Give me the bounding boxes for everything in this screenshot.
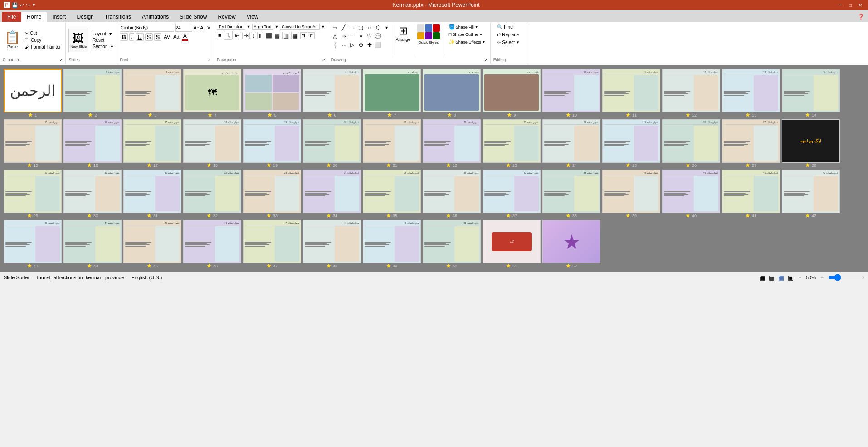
slide-thumb-41[interactable]: عنوان اسلاید 41 (722, 170, 780, 213)
view-normal-button[interactable]: ▦ (759, 274, 765, 281)
oval-shape[interactable]: ○ (366, 24, 374, 32)
arrange-button[interactable]: Arrange (396, 37, 410, 42)
arrow-shape[interactable]: → (348, 24, 356, 32)
para-ltr[interactable]: ↱ (308, 32, 315, 39)
align-text-chevron[interactable]: ▼ (274, 24, 278, 29)
shapes-more[interactable]: ▼ (383, 24, 391, 32)
slide-thumb-11[interactable]: عنوان اسلاید 11 (602, 69, 660, 112)
para-align-left[interactable]: ⬛ (266, 33, 272, 39)
rect-shape[interactable]: ▭ (331, 24, 339, 32)
slide-thumb-16[interactable]: عنوان اسلاید 16 (63, 119, 122, 163)
slide-thumb-18[interactable]: عنوان اسلاید 18 (183, 119, 241, 163)
qs-2[interactable] (425, 24, 432, 32)
zoom-slider[interactable] (828, 274, 864, 281)
bullets-button[interactable]: ≡ (217, 32, 223, 39)
numbering-button[interactable]: ⒈ (224, 31, 233, 40)
shape-fill-button[interactable]: 🪣 Shape Fill ▼ (447, 24, 488, 30)
slide-thumb-14[interactable]: عنوان اسلاید 14 (782, 69, 840, 112)
slide-thumb-43[interactable]: عنوان اسلاید 43 (4, 220, 62, 263)
slide-thumb-20[interactable]: عنوان اسلاید 20 (303, 119, 361, 163)
tab-insert[interactable]: Insert (47, 12, 71, 22)
callout-shape[interactable]: 💬 (374, 32, 382, 40)
slide-thumb-12[interactable]: عنوان اسلاید 12 (662, 69, 720, 112)
tab-design[interactable]: Design (71, 12, 99, 22)
spacing-button[interactable]: AV (163, 34, 171, 39)
text-shadow-button[interactable]: S (154, 33, 162, 41)
columns-button[interactable]: ⫿ (257, 32, 263, 39)
select-chevron[interactable]: ▼ (516, 40, 520, 44)
clipboard-expand[interactable]: ↗ (59, 58, 63, 62)
italic-button[interactable]: I (129, 33, 135, 41)
tab-animations[interactable]: Animations (137, 12, 174, 22)
convert-smartart-chevron[interactable]: ▼ (321, 24, 325, 29)
slide-thumb-49[interactable]: عنوان اسلاید 49 (363, 220, 421, 263)
text-direction-button[interactable]: Text Direction (217, 24, 245, 30)
tab-review[interactable]: Review (212, 12, 241, 22)
section-chevron[interactable]: ▼ (110, 44, 114, 49)
tab-home[interactable]: Home (21, 12, 47, 22)
case-button[interactable]: Aa (172, 34, 180, 39)
slide-thumb-51[interactable]: گبه (483, 220, 541, 263)
qs-3[interactable] (433, 24, 440, 32)
rect2-shape[interactable]: ▢ (357, 24, 365, 32)
new-slide-button[interactable]: 🖼 New Slide (68, 29, 88, 52)
star-shape[interactable]: ✦ (357, 32, 365, 40)
layout-chevron[interactable]: ▼ (108, 32, 112, 36)
slide-thumb-44[interactable]: عنوان اسلاید 44 (63, 220, 122, 263)
view-reading-button[interactable]: ▣ (788, 274, 794, 281)
slide-thumb-26[interactable]: عنوان اسلاید 26 (662, 119, 720, 163)
maximize-button[interactable]: □ (846, 2, 854, 8)
line-shape[interactable]: ╱ (340, 24, 348, 32)
tab-slideshow[interactable]: Slide Show (174, 12, 212, 22)
qs-5[interactable] (425, 32, 432, 39)
help-icon[interactable]: ❓ (854, 12, 868, 22)
paragraph-expand[interactable]: ↗ (322, 58, 325, 62)
slide-thumb-31[interactable]: عنوان اسلاید 31 (123, 170, 181, 213)
slide-thumb-50[interactable]: عنوان اسلاید 50 (423, 220, 481, 263)
slide-thumb-10[interactable]: عنوان اسلاید 10 (542, 69, 600, 112)
slide-thumb-8[interactable]: باغ شاهزاده (423, 69, 481, 112)
slide-thumb-46[interactable]: عنوان اسلاید 46 (183, 220, 241, 263)
slide-thumb-28[interactable]: ارگ بم ابنیه (782, 119, 840, 163)
strikethrough-button[interactable]: S (145, 33, 153, 41)
qs-6[interactable] (433, 32, 440, 39)
drawing-expand[interactable]: ↗ (484, 58, 488, 62)
text-direction-chevron[interactable]: ▼ (247, 24, 251, 29)
slide-thumb-52[interactable]: ★ (542, 220, 600, 263)
rtarrow-shape[interactable]: ⇒ (340, 32, 348, 40)
slide-thumb-21[interactable]: عنوان اسلاید 21 (363, 119, 421, 163)
slide-thumb-38[interactable]: عنوان اسلاید 38 (542, 170, 600, 213)
shape-outline-button[interactable]: □ Shape Outline ▼ (447, 31, 488, 38)
slide-thumb-42[interactable]: عنوان اسلاید 42 (782, 170, 840, 213)
shape-outline-chevron[interactable]: ▼ (479, 33, 483, 37)
format-painter-button[interactable]: 🖌 Format Painter (23, 44, 63, 50)
clear-formatting-button[interactable]: ✕ (207, 25, 211, 31)
view-slide-sorter-button[interactable]: ▦ (778, 274, 784, 281)
qs-1[interactable] (417, 24, 424, 32)
slide-thumb-9[interactable]: باغ شاهزاده (483, 69, 541, 112)
slide-thumb-34[interactable]: عنوان اسلاید 34 (303, 170, 361, 213)
tab-file[interactable]: File (2, 12, 21, 22)
view-outline-button[interactable]: ▤ (769, 274, 775, 281)
line-spacing-button[interactable]: ↕ (251, 32, 257, 39)
quick-undo[interactable]: ↩ (20, 2, 24, 8)
slide-thumb-24[interactable]: عنوان اسلاید 24 (542, 119, 600, 163)
section-button[interactable]: Section (91, 44, 109, 49)
slide-thumb-2[interactable]: عنوان اسلاید 2 (63, 69, 122, 112)
triangle-shape[interactable]: △ (331, 32, 339, 40)
eq-shape[interactable]: ⊕ (357, 41, 365, 49)
slide-thumb-27[interactable]: عنوان اسلاید 27 (722, 119, 780, 163)
slide-thumb-29[interactable]: عنوان اسلاید 29 (4, 170, 62, 213)
tab-transitions[interactable]: Transitions (99, 12, 137, 22)
convert-smartart-button[interactable]: Convert to SmartArt (280, 24, 320, 30)
minimize-button[interactable]: ─ (836, 2, 844, 8)
slide-thumb-45[interactable]: عنوان اسلاید 45 (123, 220, 181, 263)
bracket-shape[interactable]: { (331, 41, 339, 49)
shape-fill-chevron[interactable]: ▼ (475, 25, 478, 29)
slide-thumb-35[interactable]: عنوان اسلاید 35 (363, 170, 421, 213)
slide-thumb-22[interactable]: عنوان اسلاید 22 (423, 119, 481, 163)
slide-panel[interactable]: الرحمن⭐1 عنوان اسلاید 2 ⭐2 عنوان اسلاید … (0, 65, 868, 272)
arc-shape[interactable]: ⌢ (340, 41, 348, 49)
select-button[interactable]: ⊹ Select ▼ (493, 39, 523, 46)
zoom-in-button[interactable]: ＋ (819, 274, 824, 281)
